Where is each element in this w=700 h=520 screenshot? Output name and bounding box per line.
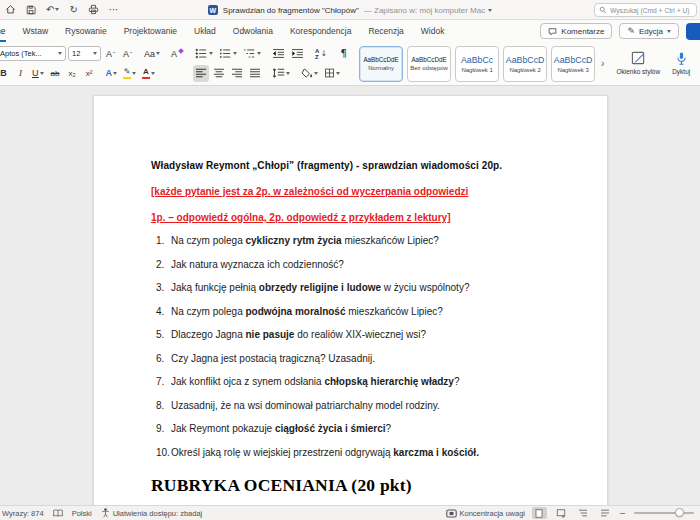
multilevel-icon	[243, 48, 256, 59]
question-text: Jak natura wyznacza ich codzienność?	[171, 259, 344, 271]
tab-view[interactable]: Widok	[421, 21, 445, 42]
question-item: 10.Określ jaką rolę w wiejskiej przestrz…	[151, 447, 565, 459]
font-name-combo[interactable]: Aptos (Tek...	[0, 46, 66, 61]
tab-design[interactable]: Projektowanie	[124, 21, 177, 42]
share-button[interactable]	[686, 23, 700, 40]
show-paragraph-marks-button[interactable]: ¶	[336, 45, 351, 62]
style-heading1[interactable]: AaBbCc Nagłówek 1	[455, 46, 499, 82]
outline-view-button[interactable]	[576, 507, 591, 519]
word-count[interactable]: Wyrazy: 874	[2, 509, 44, 518]
change-case-button[interactable]: Aa	[142, 45, 162, 62]
borders-button[interactable]	[322, 65, 342, 82]
question-item: 4.Na czym polega podwójna moralność mies…	[151, 306, 565, 318]
align-left-button[interactable]	[193, 65, 209, 82]
outdent-icon	[272, 48, 285, 59]
more-icon[interactable]: ⋯	[109, 5, 119, 15]
ribbon-tabs: Narzędzia główne Wstaw Rysowanie Projekt…	[0, 21, 444, 42]
redo-icon[interactable]: ↻	[69, 5, 77, 15]
ribbon-toolbar: Aptos (Tek... 12 Aˆ Aˇ Aa A B I U ab x₂ …	[0, 42, 700, 86]
tab-draw[interactable]: Rysowanie	[65, 21, 107, 42]
shading-button[interactable]	[299, 65, 320, 82]
borders-icon	[324, 68, 335, 78]
bold-button[interactable]: B	[0, 65, 11, 82]
sort-button[interactable]: AZ↓	[313, 45, 329, 62]
styles-pane-icon	[631, 51, 646, 66]
shrink-font-button[interactable]: Aˇ	[120, 45, 135, 62]
home-icon[interactable]	[5, 4, 16, 15]
decrease-indent-button[interactable]	[270, 45, 287, 62]
draft-view-button[interactable]	[598, 507, 613, 519]
accessibility-icon	[101, 508, 110, 518]
question-text: Dlaczego Jagna nie pasuje do realiów XIX…	[171, 329, 426, 341]
style-heading3[interactable]: AaBbCcD Nagłówek 3	[551, 46, 595, 82]
save-icon[interactable]	[26, 5, 36, 15]
zoom-slider[interactable]	[634, 512, 694, 514]
print-layout-icon	[535, 509, 543, 518]
document-page[interactable]: Władysław Reymont „Chłopi” (fragmenty) -…	[93, 95, 608, 505]
superscript-button[interactable]: x²	[82, 65, 97, 82]
search-input[interactable]: Wyszukaj (Cmd + Ctrl + U)	[594, 3, 697, 17]
comments-button[interactable]: Komentarze	[540, 23, 612, 39]
subscript-button[interactable]: x₂	[65, 65, 80, 82]
undo-icon[interactable]: ↶	[46, 5, 59, 15]
question-number: 4.	[151, 306, 171, 318]
style-no-spacing[interactable]: AaBbCcDdE Bez odstępów	[407, 46, 451, 82]
style-normal[interactable]: AaBbCcDdE Normalny	[359, 46, 403, 82]
pencil-icon: ✎	[627, 27, 635, 36]
accessibility-status[interactable]: Ułatwienia dostępu: zbadaj	[101, 508, 203, 518]
zoom-out-button[interactable]: –	[620, 508, 625, 518]
styles-gallery: AaBbCcDdE Normalny AaBbCcDdE Bez odstępó…	[356, 44, 609, 83]
tab-review[interactable]: Recenzja	[368, 21, 403, 42]
question-text: Czy Jagna jest postacią tragiczną? Uzasa…	[171, 353, 375, 365]
styles-pane-button[interactable]: Okienko stylów	[611, 44, 665, 83]
print-icon[interactable]	[88, 4, 99, 15]
dictate-button[interactable]: Dyktuj	[667, 44, 695, 83]
question-item: 1.Na czym polega cykliczny rytm życia mi…	[151, 235, 565, 247]
numbering-button[interactable]	[217, 45, 239, 62]
tab-layout[interactable]: Układ	[194, 21, 216, 42]
zoom-slider-thumb[interactable]	[675, 508, 684, 517]
proofing-icon[interactable]	[53, 509, 63, 518]
multilevel-list-button[interactable]	[241, 45, 263, 62]
red-note-line1: [każde pytanie jest za 2p. w zależności …	[151, 186, 565, 197]
document-title[interactable]: Sprawdzian do fragmentów "Chłopów"	[223, 6, 359, 15]
align-center-button[interactable]	[211, 65, 227, 82]
line-spacing-button[interactable]	[270, 65, 292, 82]
question-item: 8.Uzasadnij, że na wsi dominował patriar…	[151, 400, 565, 412]
clear-formatting-button[interactable]: A	[169, 45, 185, 62]
indent-icon	[291, 48, 304, 59]
bullets-icon	[195, 48, 208, 59]
text-effects-button[interactable]: A	[104, 65, 120, 82]
tab-mailings[interactable]: Korespondencja	[290, 21, 351, 42]
italic-button[interactable]: I	[13, 65, 28, 82]
underline-button[interactable]: U	[30, 65, 46, 82]
web-layout-view-button[interactable]	[554, 507, 569, 519]
strikethrough-button[interactable]: ab	[48, 65, 63, 82]
print-layout-view-button[interactable]	[532, 507, 547, 519]
focus-mode-button[interactable]: Koncentracja uwagi	[446, 509, 525, 518]
save-status[interactable]: — Zapisano w: mój komputer Mac	[364, 6, 492, 15]
question-text: Na czym polega cykliczny rytm życia mies…	[171, 235, 439, 247]
style-heading2[interactable]: AaBbCcD Nagłówek 2	[503, 46, 547, 82]
font-size-combo[interactable]: 12	[68, 46, 101, 61]
question-number: 3.	[151, 282, 171, 294]
more-styles-button[interactable]: ›	[599, 58, 606, 69]
marker-icon: ✎	[124, 68, 131, 76]
tab-home[interactable]: Narzędzia główne	[0, 21, 6, 42]
grow-font-button[interactable]: Aˆ	[103, 45, 118, 62]
increase-indent-button[interactable]	[289, 45, 306, 62]
tab-insert[interactable]: Wstaw	[23, 21, 49, 42]
word-app-icon: W	[208, 5, 218, 15]
justify-button[interactable]	[247, 65, 263, 82]
microphone-icon	[675, 51, 688, 66]
font-color-button[interactable]: A	[140, 65, 157, 82]
document-canvas[interactable]: Władysław Reymont „Chłopi” (fragmenty) -…	[0, 86, 700, 505]
bullets-button[interactable]	[193, 45, 215, 62]
align-right-button[interactable]	[229, 65, 245, 82]
editing-mode-button[interactable]: ✎ Edycja	[619, 23, 679, 39]
rubric-heading: RUBRYKA OCENIANIA (20 pkt)	[151, 475, 565, 496]
tab-references[interactable]: Odwołania	[233, 21, 273, 42]
question-text: Na czym polega podwójna moralność mieszk…	[171, 306, 443, 318]
highlight-button[interactable]: ✎	[121, 65, 138, 82]
language-status[interactable]: Polski	[72, 509, 92, 518]
